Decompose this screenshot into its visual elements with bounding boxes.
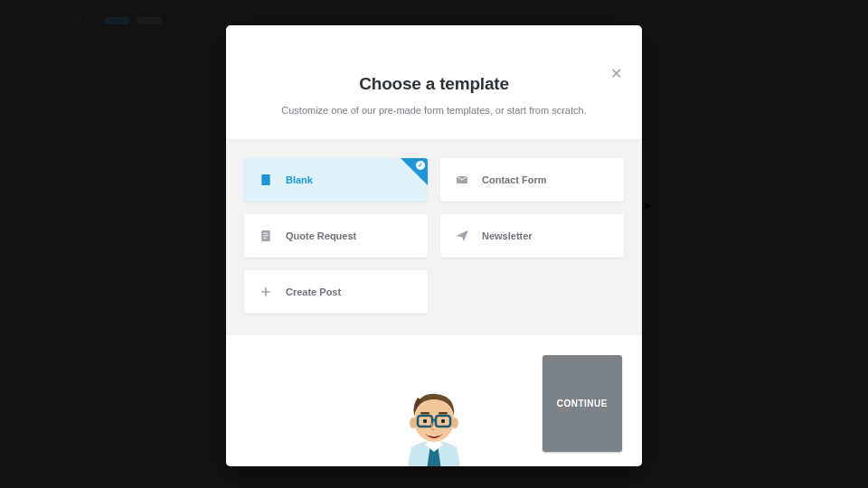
template-card-newsletter[interactable]: Newsletter	[440, 214, 624, 258]
close-icon: ✕	[610, 66, 622, 81]
continue-button[interactable]: CONTINUE	[542, 355, 622, 452]
template-label: Blank	[286, 174, 313, 185]
modal-subtitle: Customize one of our pre-made form templ…	[262, 105, 606, 116]
template-card-create-post[interactable]: Create Post	[244, 270, 428, 314]
svg-point-7	[451, 418, 458, 428]
template-label: Quote Request	[286, 230, 356, 241]
modal-title: Choose a template	[262, 74, 606, 94]
template-card-quote[interactable]: Quote Request	[244, 214, 428, 258]
svg-rect-13	[420, 412, 429, 415]
modal-overlay: ✕ Choose a template Customize one of our…	[0, 0, 868, 488]
template-label: Contact Form	[482, 174, 547, 185]
template-card-contact[interactable]: Contact Form	[440, 158, 624, 202]
modal-header: Choose a template Customize one of our p…	[226, 25, 642, 139]
close-button[interactable]: ✕	[610, 67, 622, 81]
paper-plane-icon	[455, 229, 469, 243]
template-grid-area: ✓ Blank Contact Form Quote	[226, 139, 642, 335]
template-label: Newsletter	[482, 230, 533, 241]
mascot-illustration	[380, 371, 488, 466]
selected-check-icon: ✓	[416, 161, 425, 170]
document-icon	[259, 229, 273, 243]
svg-point-6	[410, 418, 417, 428]
svg-rect-0	[261, 174, 269, 185]
svg-point-12	[441, 419, 445, 423]
plus-icon	[259, 285, 273, 299]
svg-rect-3	[263, 235, 268, 236]
template-grid: ✓ Blank Contact Form Quote	[244, 158, 624, 314]
envelope-icon	[455, 173, 469, 187]
svg-point-11	[423, 419, 427, 423]
template-label: Create Post	[286, 286, 341, 297]
svg-rect-4	[263, 238, 266, 239]
file-icon	[259, 173, 273, 187]
choose-template-modal: ✕ Choose a template Customize one of our…	[226, 25, 642, 466]
template-card-blank[interactable]: ✓ Blank	[244, 158, 428, 202]
svg-rect-2	[263, 233, 268, 234]
modal-footer: CONTINUE	[226, 335, 642, 466]
svg-rect-14	[439, 412, 448, 415]
